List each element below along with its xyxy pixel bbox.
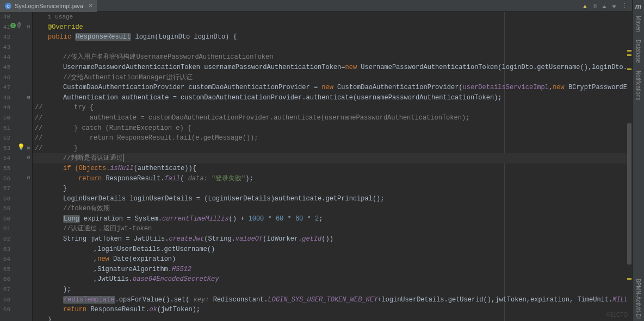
impl-icon[interactable]: I xyxy=(10,22,16,30)
gutter-markers: I @ 💡 ⊟ ⊟ ⊞ ⊟ ⊟ xyxy=(12,12,32,321)
marker[interactable] xyxy=(627,68,631,70)
prev-icon[interactable] xyxy=(602,3,606,9)
annotation: @Override xyxy=(48,23,83,31)
scrollbar-thumb[interactable] xyxy=(627,123,631,265)
java-class-icon: C xyxy=(4,2,12,10)
database-tool[interactable]: Database xyxy=(635,37,641,65)
maven-tool[interactable]: Maven xyxy=(635,14,641,34)
watermark: ©51CTO xyxy=(606,312,628,318)
marker[interactable] xyxy=(627,278,631,280)
marker[interactable] xyxy=(627,50,631,52)
right-sidebar: m Maven Database Notifications BPMN-Acti… xyxy=(632,0,644,321)
fold-icon[interactable]: ⊟ xyxy=(27,175,30,181)
tab-bar: C SysLoginServiceImpl.java ✕ ▲ 8 ⋮ xyxy=(0,0,644,12)
svg-text:I: I xyxy=(12,23,15,28)
svg-text:C: C xyxy=(7,3,10,8)
editor: 4041424344454647484950515253545556575859… xyxy=(0,12,632,321)
fold-icon[interactable]: ⊟ xyxy=(27,24,30,30)
next-icon[interactable] xyxy=(612,3,616,9)
file-tab[interactable]: C SysLoginServiceImpl.java ✕ xyxy=(0,0,97,12)
topright: ▲ 8 ⋮ xyxy=(582,2,628,9)
marker[interactable] xyxy=(627,54,631,56)
bpmn-tool[interactable]: BPMN-Activiti-Di xyxy=(635,276,641,321)
scroll-strip[interactable] xyxy=(627,12,632,321)
usage-hint: 1 usage xyxy=(35,14,73,20)
warning-count[interactable]: 8 xyxy=(593,3,597,9)
warning-icon[interactable]: ▲ xyxy=(582,3,588,9)
more-icon[interactable]: ⋮ xyxy=(622,2,628,9)
override-at-icon: @ xyxy=(17,22,21,28)
close-icon[interactable]: ✕ xyxy=(88,2,92,9)
gutter[interactable]: 4041424344454647484950515253545556575859… xyxy=(0,12,33,321)
notifications-tool[interactable]: Notifications xyxy=(635,68,641,102)
bulb-icon[interactable]: 💡 xyxy=(17,143,25,150)
line-numbers: 4041424344454647484950515253545556575859… xyxy=(0,12,12,321)
code-body[interactable]: 1 usage @Override public ResponseResult … xyxy=(33,12,632,321)
fold-icon[interactable]: ⊟ xyxy=(27,155,30,161)
maven-icon[interactable]: m xyxy=(635,2,642,10)
fold-icon[interactable]: ⊟ xyxy=(27,95,30,100)
tab-filename: SysLoginServiceImpl.java xyxy=(15,3,83,9)
fold-icon[interactable]: ⊞ xyxy=(27,145,30,151)
